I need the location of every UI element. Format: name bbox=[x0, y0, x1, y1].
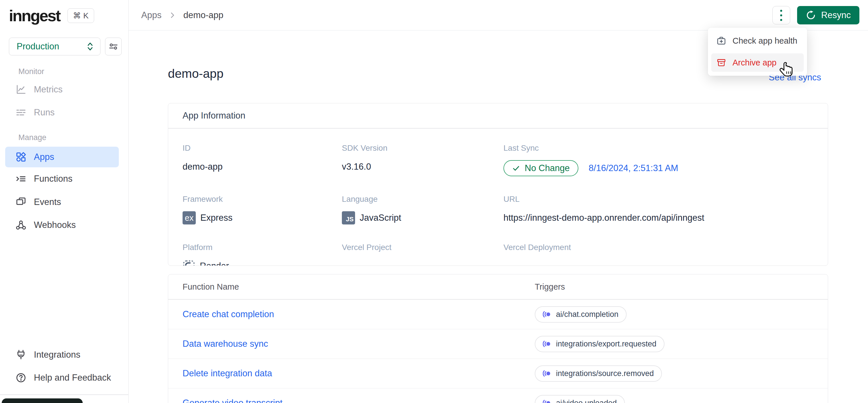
sidebar-item-label: Integrations bbox=[34, 350, 81, 360]
sync-status-text: No Change bbox=[525, 163, 570, 174]
framework-name: Express bbox=[200, 213, 232, 223]
field-label: Vercel Project bbox=[342, 243, 503, 252]
page-title: demo-app bbox=[168, 67, 224, 81]
logo-row: inngest ⌘ K bbox=[9, 6, 94, 25]
sidebar-item-webhooks[interactable]: Webhooks bbox=[5, 215, 119, 236]
app-actions-menu-button[interactable] bbox=[772, 6, 790, 24]
column-triggers: Triggers bbox=[535, 282, 813, 291]
field-label: Platform bbox=[183, 243, 342, 252]
field-value: - bbox=[503, 259, 813, 266]
sidebar-item-label: Events bbox=[34, 197, 61, 207]
menu-item-label: Archive app bbox=[733, 58, 776, 67]
environment-select[interactable]: Production bbox=[9, 38, 100, 55]
column-function-name: Function Name bbox=[183, 282, 535, 291]
sidebar-item-help-feedback[interactable]: Help and Feedback bbox=[5, 367, 119, 388]
sidebar: inngest ⌘ K Production Monitor bbox=[0, 0, 129, 403]
field-platform: Platform Render bbox=[183, 243, 342, 266]
menu-item-check-app-health[interactable]: Check app health bbox=[711, 32, 804, 50]
command-k-shortcut[interactable]: ⌘ K bbox=[67, 8, 94, 23]
sidebar-item-functions[interactable]: Functions bbox=[5, 168, 119, 189]
help-circle-icon bbox=[16, 372, 26, 383]
field-label: Language bbox=[342, 195, 503, 204]
plug-icon bbox=[16, 349, 26, 360]
sidebar-item-apps[interactable]: Apps bbox=[5, 147, 119, 167]
runs-list-icon bbox=[16, 107, 26, 118]
app-information-title: App Information bbox=[168, 103, 828, 129]
profile-menu-partial[interactable] bbox=[2, 398, 83, 403]
function-link[interactable]: Create chat completion bbox=[183, 309, 535, 319]
breadcrumb-apps[interactable]: Apps bbox=[141, 10, 162, 20]
field-url: URL https://inngest-demo-app.onrender.co… bbox=[503, 195, 813, 224]
field-label: Framework bbox=[183, 195, 342, 204]
sidebar-item-label: Metrics bbox=[34, 84, 63, 95]
menu-item-label: Check app health bbox=[733, 36, 797, 45]
sidebar-item-events[interactable]: Events bbox=[5, 192, 119, 212]
sidebar-item-metrics[interactable]: Metrics bbox=[5, 79, 119, 100]
app-information-grid: ID demo-app SDK Version v3.16.0 Last Syn… bbox=[168, 129, 828, 266]
sidebar-item-label: Webhooks bbox=[34, 220, 76, 230]
chart-line-icon bbox=[16, 84, 26, 95]
javascript-icon: JS bbox=[342, 211, 355, 224]
field-value: Render bbox=[183, 259, 342, 266]
field-value: No Change 8/16/2024, 2:51:31 AM bbox=[503, 160, 813, 176]
apps-shapes-icon bbox=[16, 152, 26, 162]
chevron-updown-icon bbox=[86, 42, 94, 51]
breadcrumb-current: demo-app bbox=[183, 10, 224, 20]
kebab-dot bbox=[780, 14, 782, 17]
field-value: demo-app bbox=[183, 160, 342, 174]
breadcrumb: Apps demo-app bbox=[141, 10, 223, 20]
sidebar-section-manage: Manage bbox=[19, 133, 46, 142]
platform-name: Render bbox=[200, 261, 229, 266]
table-row: Create chat completion ai/chat.completio… bbox=[168, 300, 828, 329]
trigger-badge: integrations/export.requested bbox=[535, 336, 664, 352]
check-icon bbox=[512, 164, 520, 172]
sync-status-badge: No Change bbox=[503, 160, 578, 176]
table-row: Data warehouse sync integrations/export.… bbox=[168, 329, 828, 359]
trigger-name: integrations/export.requested bbox=[556, 340, 656, 348]
last-sync-timestamp[interactable]: 8/16/2024, 2:51:31 AM bbox=[589, 163, 678, 174]
table-row: Generate video transcript ai/video.uploa… bbox=[168, 389, 828, 403]
trigger-badge: ai/video.uploaded bbox=[535, 395, 625, 403]
refresh-icon bbox=[806, 10, 816, 20]
mouse-cursor-pointer bbox=[778, 61, 796, 79]
field-label: URL bbox=[503, 195, 813, 204]
environment-filter-button[interactable] bbox=[105, 38, 122, 55]
function-link[interactable]: Generate video transcript bbox=[183, 398, 535, 403]
field-framework: Framework ex Express bbox=[183, 195, 342, 224]
sidebar-section-monitor: Monitor bbox=[19, 67, 44, 76]
field-label: ID bbox=[183, 144, 342, 153]
webhooks-icon bbox=[16, 220, 26, 230]
field-label: Last Sync bbox=[503, 144, 813, 153]
render-icon bbox=[183, 260, 195, 266]
field-label: SDK Version bbox=[342, 144, 503, 153]
chevron-right-icon bbox=[169, 11, 176, 19]
sidebar-item-label: Apps bbox=[34, 152, 54, 162]
sidebar-item-label: Runs bbox=[34, 107, 55, 118]
sidebar-footer-divider bbox=[0, 394, 129, 395]
field-label: Vercel Deployment bbox=[503, 243, 813, 252]
trigger-name: ai/chat.completion bbox=[556, 310, 619, 319]
sidebar-item-integrations[interactable]: Integrations bbox=[5, 344, 119, 365]
resync-button[interactable]: Resync bbox=[797, 6, 859, 24]
field-value: - bbox=[342, 259, 503, 266]
field-value: JS JavaScript bbox=[342, 211, 503, 224]
sliders-icon bbox=[108, 42, 118, 51]
event-trigger-icon bbox=[543, 369, 551, 378]
function-link[interactable]: Data warehouse sync bbox=[183, 339, 535, 349]
field-vercel-project: Vercel Project - bbox=[342, 243, 503, 266]
function-link[interactable]: Delete integration data bbox=[183, 368, 535, 379]
trigger-name: integrations/source.removed bbox=[556, 369, 654, 378]
trigger-badge: integrations/source.removed bbox=[535, 365, 662, 382]
event-trigger-icon bbox=[543, 340, 551, 348]
events-icon bbox=[16, 197, 26, 208]
environment-row: Production bbox=[9, 38, 122, 55]
field-value: ex Express bbox=[183, 211, 342, 224]
event-trigger-icon bbox=[543, 399, 551, 403]
health-kit-icon bbox=[716, 36, 726, 45]
functions-table-header: Function Name Triggers bbox=[168, 274, 828, 300]
environment-select-value: Production bbox=[17, 41, 59, 52]
kebab-dot bbox=[780, 10, 782, 12]
kebab-dot bbox=[780, 19, 782, 21]
express-icon: ex bbox=[183, 211, 196, 224]
sidebar-item-runs[interactable]: Runs bbox=[5, 102, 119, 123]
